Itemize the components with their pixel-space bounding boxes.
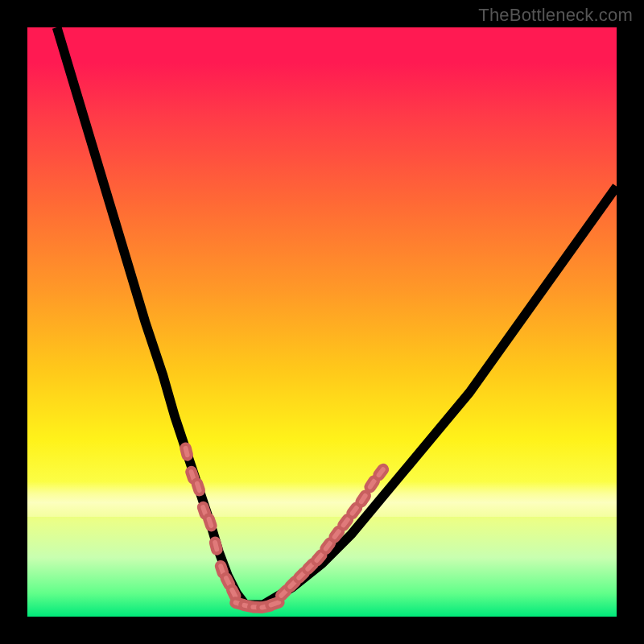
data-marker xyxy=(204,514,217,530)
data-marker xyxy=(180,444,192,460)
chart-frame: TheBottleneck.com xyxy=(0,0,644,644)
data-marker xyxy=(356,490,371,508)
data-marker xyxy=(373,464,389,481)
bottleneck-curve xyxy=(57,27,617,605)
curve-layer xyxy=(27,27,617,617)
data-marker xyxy=(192,478,204,495)
watermark-text: TheBottleneck.com xyxy=(478,5,633,26)
data-marker xyxy=(210,538,222,555)
plot-area xyxy=(27,27,617,617)
